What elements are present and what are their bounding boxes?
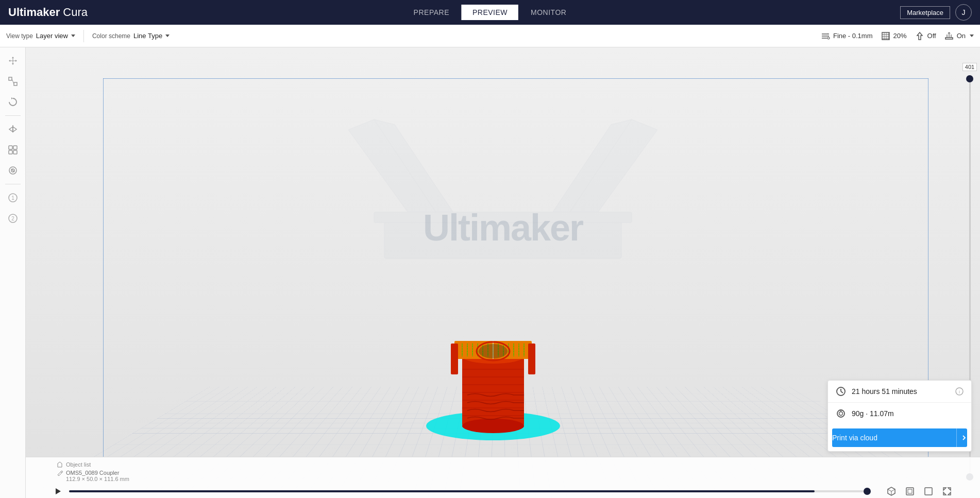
- view-type-group: View type Layer view: [6, 32, 75, 40]
- object-edit-icon: [57, 470, 63, 476]
- timeline-progress: [69, 490, 815, 492]
- marketplace-button[interactable]: Marketplace: [900, 6, 950, 19]
- tab-monitor[interactable]: MONITOR: [520, 5, 577, 20]
- info-panel: 21 hours 51 minutes i 90g ·: [827, 380, 972, 452]
- material-icon: [835, 408, 847, 419]
- timeline-thumb[interactable]: [864, 488, 871, 495]
- svg-line-70: [891, 489, 895, 491]
- svg-rect-73: [908, 489, 912, 493]
- quality-value: Fine - 0.1mm: [833, 32, 873, 40]
- color-scheme-group: Color scheme Line Type: [92, 32, 170, 40]
- view-toolbar: View type Layer view Color scheme Line T…: [0, 25, 980, 47]
- layer-num-2-button[interactable]: 2: [4, 209, 22, 228]
- support-icon: [915, 31, 924, 41]
- print-button-label: Print via cloud: [832, 434, 877, 442]
- adhesion-chevron-icon: [970, 35, 974, 37]
- object-info: Object list OMS5_0089 Coupler 112.9 × 50…: [26, 457, 980, 484]
- adhesion-value: On: [957, 32, 966, 40]
- scale-tool-button[interactable]: [4, 72, 22, 91]
- color-scheme-select[interactable]: Line Type: [133, 32, 170, 40]
- layer-view-icons: [884, 484, 954, 498]
- svg-point-3: [827, 37, 830, 39]
- timeline-track[interactable]: [69, 490, 871, 492]
- object-dimensions: 112.9 × 50.0 × 111.6 mm: [66, 476, 129, 482]
- time-icon: [835, 386, 847, 397]
- nav-tabs: PREPARE PREVIEW MONITOR: [403, 5, 577, 20]
- 3d-model-svg: [395, 261, 591, 457]
- user-avatar[interactable]: J: [955, 4, 972, 21]
- view-type-select[interactable]: Layer view: [36, 32, 75, 40]
- layer-num-1-button[interactable]: 1: [4, 188, 22, 207]
- support-blocker-button[interactable]: [4, 161, 22, 180]
- print-via-cloud-button[interactable]: Print via cloud: [832, 428, 967, 447]
- left-sidebar: 1 2: [0, 47, 26, 498]
- timeline-row: [26, 484, 980, 498]
- color-scheme-chevron-icon: [165, 35, 170, 37]
- quality-icon: [821, 31, 830, 41]
- main-area: 1 2 Ultimaker: [0, 47, 980, 498]
- toolbar-divider-1: [83, 30, 84, 42]
- svg-marker-68: [56, 488, 61, 494]
- layer-icon-flat[interactable]: [903, 484, 917, 498]
- layer-icon-frame[interactable]: [940, 484, 954, 498]
- tab-prepare[interactable]: PREPARE: [403, 5, 460, 20]
- app-logo: Ultimaker Cura: [8, 6, 88, 19]
- object-name: OMS5_0089 Coupler: [66, 470, 119, 476]
- support-option[interactable]: Off: [915, 31, 936, 41]
- build-line-left: [103, 78, 104, 457]
- infill-value: 20%: [893, 32, 907, 40]
- svg-rect-28: [384, 217, 621, 259]
- svg-line-15: [12, 79, 14, 84]
- layer-icon-outline[interactable]: [921, 484, 936, 498]
- slider-thumb-top[interactable]: [966, 75, 973, 82]
- svg-rect-72: [906, 488, 914, 495]
- svg-rect-74: [925, 488, 932, 495]
- view-type-chevron-icon: [71, 35, 75, 37]
- viewport-3d[interactable]: Ultimaker: [26, 47, 980, 498]
- play-button[interactable]: [52, 485, 64, 497]
- sidebar-separator-2: [5, 184, 21, 184]
- per-model-settings-button[interactable]: [4, 141, 22, 159]
- object-list-label: Object list: [66, 461, 91, 468]
- logo-cura: Cura: [63, 6, 88, 19]
- svg-point-67: [479, 344, 508, 358]
- time-value: 21 hours 51 minutes: [852, 387, 950, 396]
- svg-point-81: [839, 412, 843, 416]
- svg-text:1: 1: [11, 195, 14, 201]
- svg-rect-64: [528, 344, 535, 374]
- svg-point-33: [462, 419, 524, 433]
- top-navigation: Ultimaker Cura PREPARE PREVIEW MONITOR M…: [0, 0, 980, 25]
- move-tool-button[interactable]: [4, 51, 22, 70]
- view-type-value: Layer view: [36, 32, 68, 40]
- rotate-tool-button[interactable]: [4, 93, 22, 111]
- svg-rect-19: [9, 150, 12, 154]
- layer-icon-cube[interactable]: [884, 484, 899, 498]
- object-list-icon: [57, 461, 63, 468]
- mirror-tool-button[interactable]: [4, 120, 22, 139]
- material-info-row: 90g · 11.07m: [828, 403, 971, 424]
- svg-rect-12: [945, 38, 953, 39]
- svg-text:i: i: [959, 389, 960, 394]
- nav-right: Marketplace J: [900, 4, 972, 21]
- support-value: Off: [927, 32, 936, 40]
- time-info-row: 21 hours 51 minutes i: [828, 381, 971, 402]
- svg-line-77: [841, 391, 843, 393]
- infill-option[interactable]: 20%: [881, 31, 907, 41]
- quality-option[interactable]: Fine - 0.1mm: [821, 31, 873, 41]
- view-type-label: View type: [6, 32, 33, 40]
- svg-rect-29: [374, 212, 632, 222]
- print-button-row: Print via cloud: [828, 424, 971, 451]
- svg-rect-63: [451, 344, 458, 374]
- time-info-icon[interactable]: i: [955, 387, 964, 396]
- print-btn-arrow[interactable]: [956, 428, 967, 447]
- sidebar-separator-1: [5, 115, 21, 116]
- adhesion-option[interactable]: On: [944, 31, 974, 41]
- logo-ultimaker: Ultimaker: [8, 6, 60, 19]
- material-value: 90g · 11.07m: [852, 409, 964, 418]
- svg-rect-20: [13, 150, 17, 154]
- color-scheme-label: Color scheme: [92, 32, 130, 40]
- tab-preview[interactable]: PREVIEW: [462, 5, 518, 20]
- adhesion-icon: [944, 31, 954, 41]
- bottom-panel: Object list OMS5_0089 Coupler 112.9 × 50…: [26, 457, 980, 498]
- svg-line-69: [888, 489, 891, 491]
